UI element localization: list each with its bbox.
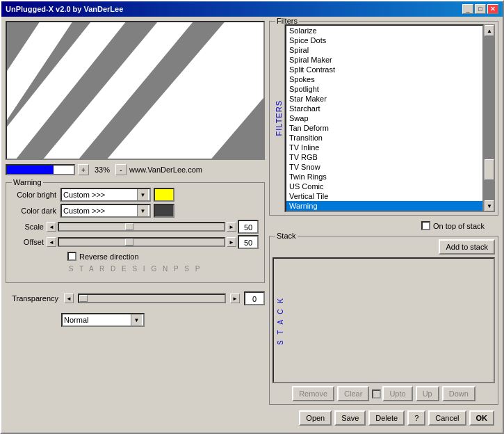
cancel-button[interactable]: Cancel	[428, 410, 466, 426]
stack-side-label: S T A C K	[277, 296, 284, 345]
on-top-row: On top of stack	[269, 221, 498, 230]
open-button[interactable]: Open	[299, 410, 332, 426]
filter-item[interactable]: Wavemaker	[286, 211, 482, 212]
zoom-out-button[interactable]: -	[115, 164, 127, 175]
scroll-down-button[interactable]: ▼	[485, 200, 494, 211]
help-button[interactable]: ?	[407, 410, 425, 426]
filter-item[interactable]: Twin Rings	[286, 172, 482, 182]
color-dark-dropdown[interactable]: Custom >>> ▼	[60, 204, 151, 218]
watermark: S T A R D E S I G N P S P	[12, 265, 259, 273]
preview-area	[6, 21, 265, 160]
color-dark-row: Color dark Custom >>> ▼	[12, 204, 259, 218]
color-bright-swatch[interactable]	[154, 188, 174, 202]
filter-item[interactable]: Spokes	[286, 74, 482, 84]
trans-right-arrow[interactable]: ►	[230, 294, 240, 303]
toolbar-row: + 33% - www.VanDerLee.com	[6, 164, 265, 175]
stack-list[interactable]: S T A C K	[273, 257, 495, 383]
filter-item[interactable]: Spiral Maker	[286, 55, 482, 65]
color-dark-swatch[interactable]	[154, 204, 174, 218]
filter-item[interactable]: US Comic	[286, 182, 482, 191]
maximize-button[interactable]: □	[475, 4, 486, 14]
up-button[interactable]: Up	[416, 386, 439, 401]
filter-item[interactable]: Solarize	[286, 26, 482, 35]
blend-mode-arrow[interactable]: ▼	[131, 314, 142, 326]
title-bar: UnPlugged-X v2.0 by VanDerLee _ □ ✕	[1, 1, 503, 17]
filter-item[interactable]: Spice Dots	[286, 35, 482, 45]
offset-right-arrow[interactable]: ►	[227, 237, 236, 247]
blend-mode-dropdown[interactable]: Normal ▼	[61, 313, 145, 327]
stripe-preview	[7, 22, 263, 159]
delete-button[interactable]: Delete	[368, 410, 405, 426]
offset-left-arrow[interactable]: ◄	[47, 237, 56, 247]
add-to-stack-button[interactable]: Add to stack	[439, 239, 495, 255]
color-bright-row: Color bright Custom >>> ▼	[12, 188, 259, 202]
scale-row: Scale ◄ ► 50	[12, 220, 259, 234]
offset-row: Offset ◄ ► 50	[12, 235, 259, 249]
filters-side-label: FILTERS	[275, 100, 283, 136]
bottom-buttons: Open Save Delete ? Cancel OK	[269, 408, 498, 428]
save-button[interactable]: Save	[334, 410, 366, 426]
filter-item[interactable]: Vertical Tile	[286, 191, 482, 201]
offset-thumb[interactable]	[125, 239, 133, 246]
scale-right-arrow[interactable]: ►	[227, 222, 236, 232]
upto-checkbox[interactable]	[372, 389, 381, 399]
offset-track[interactable]	[58, 237, 225, 247]
scale-thumb[interactable]	[125, 223, 133, 230]
filter-item[interactable]: Tan Deform	[286, 123, 482, 133]
zoom-level: 33%	[92, 166, 113, 174]
blend-mode-row: Normal ▼	[6, 313, 265, 327]
stack-area: S T A C K	[273, 257, 495, 383]
zoom-in-button[interactable]: +	[78, 164, 89, 175]
trans-track[interactable]	[78, 294, 226, 303]
filter-item[interactable]: Swap	[286, 113, 482, 123]
upto-button[interactable]: Upto	[382, 386, 412, 401]
scale-track[interactable]	[58, 222, 225, 232]
offset-value: 50	[238, 235, 259, 249]
filter-item[interactable]: TV RGB	[286, 152, 482, 162]
minimize-button[interactable]: _	[462, 4, 473, 14]
url-label: www.VanDerLee.com	[129, 166, 202, 174]
on-top-label: On top of stack	[433, 222, 485, 230]
ok-button[interactable]: OK	[469, 410, 495, 426]
dropdown-arrow-dark[interactable]: ▼	[137, 205, 148, 216]
warning-group: Warning Color bright Custom >>> ▼ Color …	[6, 182, 265, 283]
trans-value: 0	[244, 291, 265, 305]
on-top-checkbox[interactable]	[421, 221, 430, 230]
filter-item[interactable]: Warning	[286, 201, 482, 211]
remove-button[interactable]: Remove	[292, 386, 334, 401]
filter-item[interactable]: Starchart	[286, 104, 482, 113]
clear-button[interactable]: Clear	[337, 386, 369, 401]
color-bright-value: Custom >>>	[63, 191, 105, 199]
warning-group-label: Warning	[12, 178, 43, 186]
dropdown-arrow-bright[interactable]: ▼	[137, 189, 148, 200]
filter-item[interactable]: Split Contrast	[286, 65, 482, 74]
scroll-up-button[interactable]: ▲	[485, 25, 494, 36]
stack-buttons-row: Remove Clear Upto Up Down	[273, 386, 495, 401]
window-title: UnPlugged-X v2.0 by VanDerLee	[6, 5, 123, 13]
filter-item[interactable]: Star Maker	[286, 94, 482, 104]
filter-list-container: FILTERS SolarizeSpice DotsSpiralSpiral M…	[273, 24, 495, 212]
filter-item[interactable]: Transition	[286, 133, 482, 143]
scroll-track[interactable]	[485, 36, 494, 200]
filter-item[interactable]: Spotlight	[286, 84, 482, 94]
color-bright-label: Color bright	[12, 191, 60, 199]
trans-left-arrow[interactable]: ◄	[64, 294, 74, 303]
color-dark-value: Custom >>>	[63, 207, 105, 215]
color-bright-dropdown[interactable]: Custom >>> ▼	[60, 188, 151, 202]
title-bar-buttons: _ □ ✕	[462, 4, 498, 14]
transparency-label: Transparency	[6, 294, 61, 303]
filter-item[interactable]: TV Inline	[286, 143, 482, 152]
filter-item[interactable]: Spiral	[286, 45, 482, 55]
down-button[interactable]: Down	[442, 386, 475, 401]
trans-thumb[interactable]	[79, 295, 88, 302]
filter-item[interactable]: TV Snow	[286, 162, 482, 172]
close-button[interactable]: ✕	[487, 4, 498, 14]
scroll-thumb[interactable]	[485, 159, 494, 180]
right-panel: Filters FILTERS SolarizeSpice DotsSpiral…	[269, 21, 498, 428]
filter-list[interactable]: SolarizeSpice DotsSpiralSpiral MakerSpli…	[285, 24, 484, 212]
filter-scrollbar[interactable]: ▲ ▼	[484, 24, 495, 212]
scale-left-arrow[interactable]: ◄	[47, 222, 56, 232]
blend-mode-value: Normal	[64, 316, 88, 324]
reverse-checkbox[interactable]	[67, 252, 76, 261]
transparency-row: Transparency ◄ ► 0	[6, 291, 265, 305]
